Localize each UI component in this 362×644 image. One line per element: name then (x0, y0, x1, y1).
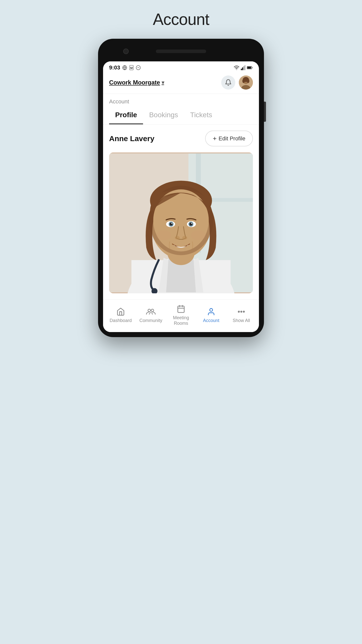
profile-illustration (109, 152, 253, 293)
nav-show-all[interactable]: Show All (226, 307, 256, 324)
svg-point-41 (182, 236, 187, 239)
top-nav: Cowork Moorgate ▾ (103, 73, 259, 94)
signal-status-icon (241, 65, 245, 70)
avatar-icon (239, 75, 253, 90)
plus-icon: + (213, 135, 216, 142)
location-name: Cowork Moorgate (109, 79, 160, 86)
svg-rect-2 (130, 67, 131, 68)
svg-rect-1 (130, 65, 133, 70)
nav-meeting-rooms[interactable]: Meeting Rooms (166, 305, 196, 326)
bell-button[interactable] (221, 75, 235, 90)
svg-point-52 (241, 311, 242, 312)
svg-point-50 (210, 308, 212, 311)
profile-header: Anne Lavery + Edit Profile (109, 131, 253, 146)
sim-status-icon (129, 65, 134, 70)
account-icon (207, 307, 215, 316)
edit-profile-label: Edit Profile (219, 135, 245, 142)
svg-rect-46 (178, 306, 184, 313)
phone-frame: 9:03 (98, 39, 264, 337)
nav-account[interactable]: Account (196, 307, 226, 324)
svg-point-43 (191, 230, 206, 240)
home-icon (116, 307, 125, 316)
page-title: Account (153, 10, 209, 29)
phone-screen: 9:03 (103, 61, 259, 332)
nav-show-all-label: Show All (233, 318, 250, 324)
svg-point-53 (243, 311, 244, 312)
tab-bookings[interactable]: Bookings (143, 106, 184, 124)
tabs: Profile Bookings Tickets (103, 106, 259, 125)
svg-rect-9 (243, 66, 244, 70)
edit-profile-button[interactable]: + Edit Profile (205, 131, 253, 146)
svg-point-44 (148, 309, 151, 312)
nav-dashboard[interactable]: Dashboard (106, 307, 136, 324)
phone-top (103, 44, 259, 59)
user-name: Anne Lavery (109, 134, 154, 143)
profile-section: Anne Lavery + Edit Profile (103, 125, 259, 299)
location-selector[interactable]: Cowork Moorgate ▾ (109, 79, 164, 86)
side-button (264, 102, 266, 122)
nav-icons (221, 75, 253, 90)
svg-rect-7 (241, 69, 242, 70)
wifi-status-icon (234, 65, 239, 70)
svg-rect-3 (132, 67, 133, 68)
more-icon (237, 307, 246, 316)
section-label: Account (109, 98, 129, 105)
status-time: 9:03 (109, 64, 120, 71)
svg-point-42 (156, 230, 171, 240)
front-camera (123, 49, 129, 54)
bottom-nav: Dashboard Community (103, 299, 259, 332)
svg-point-45 (151, 309, 154, 312)
svg-point-39 (191, 223, 192, 224)
svg-rect-12 (247, 67, 251, 69)
nav-account-label: Account (203, 318, 219, 324)
community-icon (146, 307, 156, 316)
no-disturb-icon (136, 65, 141, 70)
profile-photo (109, 152, 253, 293)
chevron-down-icon: ▾ (162, 79, 164, 86)
tab-profile[interactable]: Profile (109, 106, 143, 124)
status-bar: 9:03 (103, 61, 259, 73)
user-avatar-button[interactable] (239, 75, 253, 90)
svg-rect-8 (242, 67, 243, 70)
nav-dashboard-label: Dashboard (110, 318, 132, 324)
nav-community-label: Community (139, 318, 162, 324)
nav-meeting-rooms-label: Meeting Rooms (173, 315, 189, 326)
globe-status-icon (122, 65, 127, 70)
bell-icon (225, 79, 232, 86)
svg-point-35 (171, 223, 172, 224)
speaker (156, 50, 206, 53)
section-header: Account (103, 94, 259, 106)
svg-point-40 (175, 236, 180, 239)
svg-rect-4 (130, 68, 133, 69)
tab-tickets[interactable]: Tickets (184, 106, 218, 124)
svg-point-17 (242, 79, 245, 83)
battery-status-icon (247, 66, 253, 69)
nav-community[interactable]: Community (136, 307, 166, 324)
svg-rect-10 (245, 65, 245, 70)
svg-point-51 (238, 311, 239, 312)
svg-point-18 (247, 79, 249, 83)
calendar-icon (177, 305, 185, 313)
